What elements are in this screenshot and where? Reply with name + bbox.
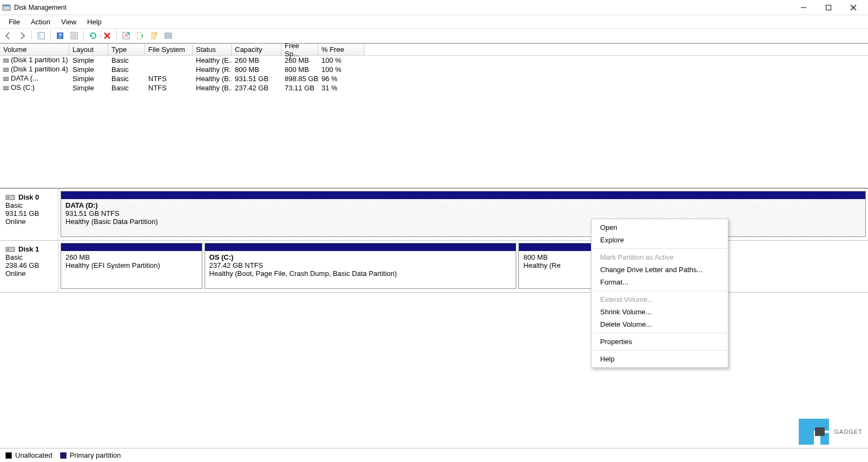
context-menu-item[interactable]: Delete Volume... <box>591 318 728 331</box>
partition-block[interactable]: OS (C:)237.42 GB NTFSHealthy (Boot, Page… <box>205 243 517 289</box>
volume-type: Basic <box>108 56 145 64</box>
col-type[interactable]: Type <box>108 44 145 55</box>
settings-list-icon[interactable] <box>68 30 80 42</box>
svg-rect-31 <box>799 419 814 445</box>
toolbar-separator <box>83 30 84 41</box>
svg-point-17 <box>127 32 129 35</box>
svg-rect-21 <box>165 33 172 35</box>
menu-file[interactable]: File <box>3 16 25 28</box>
context-menu-separator <box>593 248 727 249</box>
disk-name: Disk 0 <box>18 193 39 201</box>
context-menu-item[interactable]: Help <box>591 353 728 365</box>
volume-name: (Disk 1 partition 1) <box>11 56 68 64</box>
disk-partitions: DATA (D:)931.51 GB NTFSHealthy (Basic Da… <box>58 189 868 240</box>
col-layout[interactable]: Layout <box>69 44 108 55</box>
disk-info[interactable]: Disk 0Basic931.51 GBOnline <box>0 189 58 240</box>
window-title: Disk Management <box>14 4 67 11</box>
wizard-icon[interactable] <box>148 30 160 42</box>
context-menu-item[interactable]: Change Drive Letter and Paths... <box>591 263 728 276</box>
col-status[interactable]: Status <box>193 44 232 55</box>
action-icon[interactable] <box>134 30 146 42</box>
partition-title: DATA (D:) <box>65 201 861 209</box>
context-menu-item: Extend Volume... <box>591 293 728 306</box>
volume-percent: 31 % <box>318 84 365 92</box>
window-controls <box>791 0 866 15</box>
toolbar-separator <box>116 30 117 41</box>
maximize-button[interactable] <box>816 0 841 15</box>
volume-row[interactable]: (Disk 1 partition 4)SimpleBasicHealthy (… <box>0 65 868 74</box>
minimize-button[interactable] <box>791 0 816 15</box>
svg-text:?: ? <box>58 32 62 39</box>
volume-icon <box>3 84 9 93</box>
volume-list-body[interactable]: (Disk 1 partition 1)SimpleBasicHealthy (… <box>0 56 868 188</box>
col-percent-free[interactable]: % Free <box>318 44 365 55</box>
context-menu-item[interactable]: Properties <box>591 335 728 348</box>
volume-list: Volume Layout Type File System Status Ca… <box>0 43 868 188</box>
watermark-text: GADGET <box>834 428 863 435</box>
col-capacity[interactable]: Capacity <box>232 44 281 55</box>
svg-rect-3 <box>826 5 831 10</box>
volume-free: 260 MB <box>281 56 318 64</box>
partition-color-bar <box>205 243 516 251</box>
volume-percent: 96 % <box>318 75 365 83</box>
layout-icon[interactable] <box>162 30 174 42</box>
col-free-space[interactable]: Free Sp... <box>281 44 318 55</box>
titlebar: Disk Management <box>0 0 868 15</box>
forward-button[interactable] <box>16 30 28 42</box>
legend-unallocated-label: Unallocated <box>15 451 52 459</box>
volume-percent: 100 % <box>318 65 365 74</box>
close-button[interactable] <box>841 0 866 15</box>
volume-capacity: 260 MB <box>232 56 281 64</box>
svg-rect-22 <box>165 36 172 38</box>
partition-context-menu: OpenExploreMark Partition as ActiveChang… <box>591 219 728 368</box>
volume-status: Healthy (B... <box>193 84 232 92</box>
disk-icon <box>5 194 15 201</box>
volume-row[interactable]: DATA (...SimpleBasicNTFSHealthy (B...931… <box>0 74 868 83</box>
properties-icon[interactable] <box>120 30 132 42</box>
volume-icon <box>3 57 9 65</box>
legend-primary-swatch <box>60 452 67 459</box>
svg-rect-29 <box>6 247 15 252</box>
svg-rect-19 <box>152 32 156 39</box>
partition-block[interactable]: DATA (D:)931.51 GB NTFSHealthy (Basic Da… <box>61 191 866 237</box>
menu-help[interactable]: Help <box>82 16 107 28</box>
partition-size: 237.42 GB NTFS <box>209 261 512 269</box>
partition-status: Healthy (Basic Data Partition) <box>65 217 861 226</box>
disk-state: Online <box>5 217 52 226</box>
disk-name: Disk 1 <box>18 245 39 253</box>
menu-action[interactable]: Action <box>25 16 56 28</box>
volume-layout: Simple <box>69 56 108 64</box>
volume-layout: Simple <box>69 75 108 83</box>
menu-view[interactable]: View <box>56 16 82 28</box>
svg-rect-1 <box>3 5 10 6</box>
context-menu-item[interactable]: Format... <box>591 276 728 288</box>
col-volume[interactable]: Volume <box>0 44 69 55</box>
volume-type: Basic <box>108 75 145 83</box>
app-icon <box>2 3 11 12</box>
context-menu-item[interactable]: Explore <box>591 234 728 246</box>
volume-row[interactable]: OS (C:)SimpleBasicNTFSHealthy (B...237.4… <box>0 83 868 93</box>
volume-row[interactable]: (Disk 1 partition 1)SimpleBasicHealthy (… <box>0 56 868 65</box>
toolbar-separator <box>31 30 32 41</box>
volume-list-header: Volume Layout Type File System Status Ca… <box>0 44 868 56</box>
disk-info[interactable]: Disk 1Basic238.46 GBOnline <box>0 241 58 292</box>
context-menu-item[interactable]: Shrink Volume... <box>591 306 728 318</box>
context-menu-separator <box>593 333 727 333</box>
refresh-icon[interactable] <box>87 30 99 42</box>
disk-row: Disk 1Basic238.46 GBOnline260 MBHealthy … <box>0 241 868 293</box>
partition-block[interactable]: 260 MBHealthy (EFI System Partition) <box>61 243 202 289</box>
volume-icon <box>3 75 9 83</box>
partition-status: Healthy (Boot, Page File, Crash Dump, Ba… <box>209 269 512 278</box>
back-button[interactable] <box>2 30 14 42</box>
show-hide-tree-icon[interactable] <box>35 30 47 42</box>
partition-status: Healthy (EFI System Partition) <box>65 261 198 269</box>
svg-rect-25 <box>3 77 9 81</box>
delete-icon[interactable] <box>101 30 113 42</box>
context-menu-item[interactable]: Open <box>591 221 728 234</box>
volume-type: Basic <box>108 84 145 92</box>
col-filesystem[interactable]: File System <box>145 44 193 55</box>
disk-row: Disk 0Basic931.51 GBOnlineDATA (D:)931.5… <box>0 189 868 241</box>
volume-name: DATA (... <box>11 74 38 82</box>
volume-status: Healthy (R... <box>193 65 232 74</box>
help-icon[interactable]: ? <box>54 30 66 42</box>
